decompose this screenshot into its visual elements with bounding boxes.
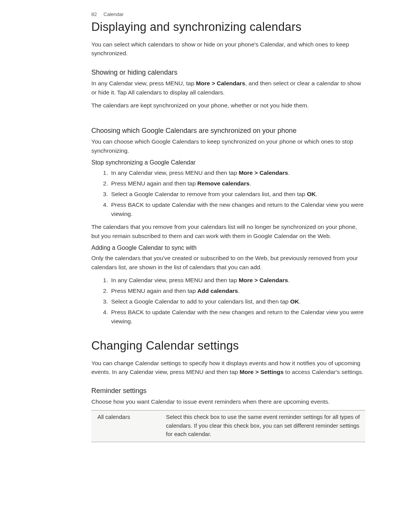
intro-paragraph: You can change Calendar settings to spec… [91, 359, 365, 377]
setting-label: All calendars [97, 413, 166, 439]
text: . [238, 288, 239, 294]
setting-description: Select this check box to use the same ev… [166, 413, 362, 439]
settings-table: All calendars Select this check box to u… [91, 410, 365, 442]
text: to access Calendar's settings. [284, 369, 363, 375]
paragraph: Only the calendars that you've created o… [91, 254, 365, 272]
text: In any Calendar view, press MENU and the… [111, 277, 239, 283]
heading-reminder-settings: Reminder settings [91, 387, 365, 395]
list-item: Press BACK to update Calendar with the n… [110, 200, 365, 219]
text: . [316, 191, 317, 197]
subheading-adding-google: Adding a Google Calendar to sync with [91, 244, 365, 251]
list-item: In any Calendar view, press MENU and the… [110, 276, 365, 285]
text: Select a Google Calendar to remove from … [111, 191, 307, 197]
bold-text: More > Calendars [196, 80, 245, 86]
table-row: All calendars Select this check box to u… [91, 411, 365, 442]
list-item: Press MENU again and then tap Remove cal… [110, 179, 365, 188]
paragraph: In any Calendar view, press MENU, tap Mo… [91, 79, 365, 97]
list-item: Press BACK to update Calendar with the n… [110, 308, 365, 326]
page-header: 82 Calendar [91, 11, 365, 17]
text: In any Calendar view, press MENU, tap [91, 80, 196, 86]
intro-paragraph: You can select which calendars to show o… [91, 40, 365, 58]
heading-showing-hiding: Showing or hiding calendars [91, 69, 365, 77]
list-item: Select a Google Calendar to add to your … [110, 297, 365, 306]
text: Press MENU again and then tap [111, 180, 198, 187]
bold-text: OK [307, 191, 315, 197]
list-item: In any Calendar view, press MENU and the… [110, 168, 365, 177]
bold-text: More > Calendars [239, 169, 288, 176]
text: . [250, 180, 251, 187]
list-item: Press MENU again and then tap Add calend… [110, 286, 365, 296]
bold-text: More > Calendars [239, 277, 288, 283]
heading-choosing-google: Choosing which Google Calendars are sync… [91, 127, 365, 135]
page-number: 82 [91, 11, 97, 17]
heading-changing-settings: Changing Calendar settings [91, 339, 365, 353]
text: . [288, 169, 290, 176]
paragraph: The calendars are kept synchronized on y… [91, 101, 365, 110]
text: In any Calendar view, press MENU and the… [111, 169, 239, 176]
bold-text: Add calendars [198, 288, 238, 294]
text: . [299, 298, 301, 305]
heading-displaying-sync: Displaying and synchronizing calendars [91, 20, 365, 34]
section-name: Calendar [104, 11, 124, 17]
document-page: 82 Calendar Displaying and synchronizing… [0, 0, 411, 457]
paragraph: You can choose which Google Calendars to… [91, 137, 365, 155]
bold-text: OK [290, 298, 299, 305]
text: Press MENU again and then tap [111, 288, 198, 294]
bold-text: Remove calendars [198, 180, 250, 187]
paragraph: Choose how you want Calendar to issue ev… [91, 397, 365, 406]
ordered-list: In any Calendar view, press MENU and the… [91, 276, 365, 326]
subheading-stop-sync: Stop synchronizing a Google Calendar [91, 159, 365, 166]
ordered-list: In any Calendar view, press MENU and the… [91, 168, 365, 219]
text: . [288, 277, 290, 283]
list-item: Select a Google Calendar to remove from … [110, 190, 365, 199]
paragraph: The calendars that you remove from your … [91, 222, 365, 241]
text: Select a Google Calendar to add to your … [111, 298, 290, 305]
bold-text: More > Settings [239, 369, 284, 375]
